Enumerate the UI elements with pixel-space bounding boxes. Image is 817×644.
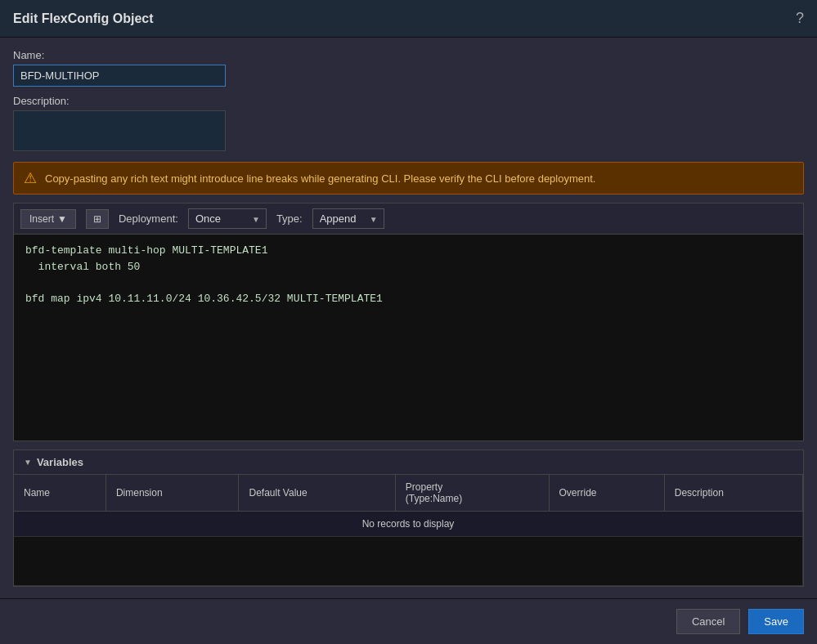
deployment-label: Deployment: — [119, 212, 178, 225]
dialog-body: Name: Description: ⚠ Copy-pasting any ri… — [0, 38, 817, 598]
warning-bar: ⚠ Copy-pasting any rich text might intro… — [13, 162, 804, 195]
name-input[interactable] — [13, 65, 226, 87]
insert-dropdown-arrow: ▼ — [57, 213, 67, 225]
variables-table-header-row: Name Dimension Default Value Property(Ty… — [14, 475, 803, 512]
editor-container: Insert ▼ ⊞ Deployment: Once Everytime ▼ … — [13, 203, 804, 441]
editor-toolbar: Insert ▼ ⊞ Deployment: Once Everytime ▼ … — [14, 203, 803, 235]
description-input[interactable] — [13, 110, 226, 151]
code-editor[interactable]: bfd-template multi-hop MULTI-TEMPLATE1 i… — [14, 235, 803, 441]
deployment-select[interactable]: Once Everytime — [188, 208, 267, 229]
empty-row — [14, 537, 803, 586]
variables-chevron-icon: ▼ — [24, 458, 32, 467]
dialog-title: Edit FlexConfig Object — [13, 11, 154, 26]
type-label: Type: — [276, 212, 303, 225]
grid-icon-button[interactable]: ⊞ — [86, 209, 109, 229]
col-description: Description — [664, 475, 802, 512]
deployment-select-wrap: Once Everytime ▼ — [188, 208, 267, 229]
variables-section-label: Variables — [37, 456, 83, 468]
description-field-group: Description: — [13, 95, 804, 154]
description-label: Description: — [13, 95, 804, 107]
help-icon[interactable]: ? — [796, 10, 804, 27]
variables-table: Name Dimension Default Value Property(Ty… — [14, 475, 803, 586]
name-label: Name: — [13, 49, 804, 61]
type-select-wrap: Append Prepend ▼ — [312, 208, 384, 229]
insert-label: Insert — [29, 213, 54, 225]
col-override: Override — [549, 475, 664, 512]
warning-icon: ⚠ — [24, 169, 37, 187]
name-field-group: Name: — [13, 49, 804, 87]
edit-flexconfig-dialog: Edit FlexConfig Object ? Name: Descripti… — [0, 0, 817, 644]
col-property: Property(Type:Name) — [395, 475, 549, 512]
cancel-button[interactable]: Cancel — [676, 609, 740, 634]
variables-section: ▼ Variables Name Dimension Default Value… — [13, 449, 804, 587]
no-records-row: No records to display — [14, 512, 803, 537]
col-name: Name — [14, 475, 105, 512]
warning-message: Copy-pasting any rich text might introdu… — [45, 172, 595, 185]
col-dimension: Dimension — [105, 475, 239, 512]
no-records-message: No records to display — [14, 512, 803, 537]
variables-section-header[interactable]: ▼ Variables — [14, 450, 803, 475]
col-default-value: Default Value — [239, 475, 395, 512]
dialog-footer: Cancel Save — [0, 598, 817, 644]
type-select[interactable]: Append Prepend — [312, 208, 384, 229]
insert-button[interactable]: Insert ▼ — [20, 209, 76, 229]
save-button[interactable]: Save — [748, 609, 804, 634]
dialog-header: Edit FlexConfig Object ? — [0, 0, 817, 38]
